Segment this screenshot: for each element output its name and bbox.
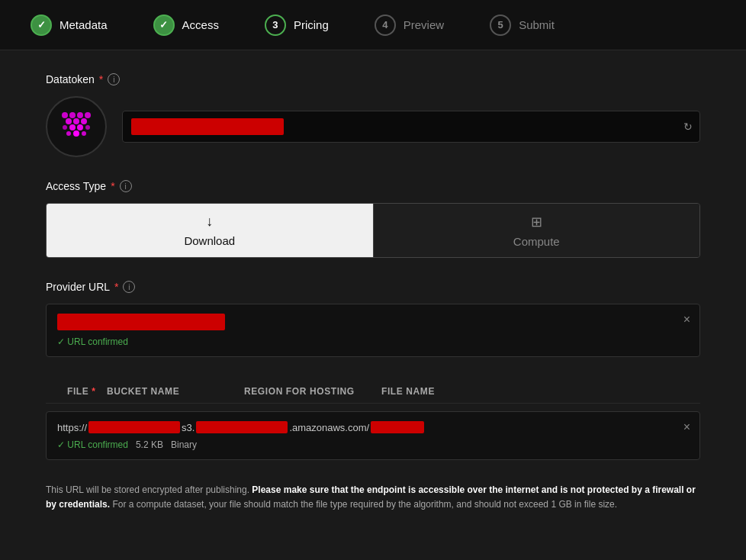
step-submit-label: Submit	[519, 18, 555, 31]
col-bucket: BUCKET NAME	[107, 386, 244, 397]
svg-point-10	[66, 131, 71, 136]
provider-url-label: Provider URL* i	[46, 281, 700, 293]
step-submit-icon: 5	[490, 14, 511, 36]
step-metadata-label: Metadata	[59, 18, 108, 31]
svg-point-9	[73, 130, 79, 137]
refresh-icon[interactable]: ↻	[683, 121, 693, 133]
provider-url-confirmed: URL confirmed	[57, 336, 669, 347]
datatoken-row: ↻	[46, 96, 700, 157]
datatoken-info-icon[interactable]: i	[108, 73, 120, 85]
access-type-row: ↓ Download ⊞ Compute	[46, 203, 700, 258]
file-table-section: File * BUCKET NAME REGION FOR HOSTING FI…	[46, 380, 700, 460]
svg-point-7	[69, 124, 76, 130]
step-pricing[interactable]: 3 Pricing	[242, 14, 352, 36]
col-filename: FILE NAME	[381, 386, 700, 397]
file-url-block3	[371, 421, 424, 433]
step-preview-label: Preview	[404, 18, 444, 31]
access-type-label: Access Type* i	[46, 180, 700, 192]
col-file: File *	[46, 386, 107, 397]
provider-url-section: Provider URL* i URL confirmed ×	[46, 281, 700, 357]
step-access-icon: ✓	[153, 14, 175, 36]
step-preview-icon: 4	[375, 14, 396, 36]
file-url-block2	[196, 421, 288, 433]
provider-url-box: URL confirmed ×	[46, 304, 700, 357]
datatoken-label: Datatoken* i	[46, 73, 700, 85]
file-url-amazonaws: .amazonaws.com/	[289, 422, 369, 433]
provider-url-redacted	[57, 314, 225, 330]
file-row: https:// s3. .amazonaws.com/ URL confirm…	[46, 411, 700, 460]
svg-point-11	[82, 131, 86, 136]
file-type: Binary	[171, 439, 197, 450]
step-navigation: ✓ Metadata ✓ Access 3 Pricing 4 Preview …	[0, 0, 746, 50]
access-type-info-icon[interactable]: i	[120, 180, 132, 192]
file-size: 5.2 KB	[136, 439, 163, 450]
svg-point-0	[62, 112, 68, 118]
main-content: Datatoken* i	[0, 50, 746, 535]
token-input-wrapper: ↻	[122, 111, 700, 143]
datatoken-section: Datatoken* i	[46, 73, 700, 157]
step-metadata[interactable]: ✓ Metadata	[31, 14, 130, 36]
step-access-label: Access	[182, 18, 219, 31]
download-icon: ↓	[206, 214, 213, 230]
svg-point-4	[66, 118, 72, 124]
step-metadata-icon: ✓	[31, 14, 52, 36]
token-avatar-svg	[53, 104, 99, 150]
step-access[interactable]: ✓ Access	[130, 14, 242, 36]
file-url-block1	[88, 421, 180, 433]
file-meta: URL confirmed 5.2 KB Binary	[57, 439, 669, 450]
file-url-display: https:// s3. .amazonaws.com/	[57, 421, 669, 433]
file-url-s3: s3.	[182, 422, 195, 433]
token-input-redacted	[131, 118, 284, 135]
warning-text: This URL will be stored encrypted after …	[46, 483, 700, 512]
step-preview[interactable]: 4 Preview	[352, 14, 467, 36]
provider-url-info-icon[interactable]: i	[123, 281, 135, 293]
svg-point-5	[73, 118, 79, 124]
access-type-section: Access Type* i ↓ Download ⊞ Compute	[46, 180, 700, 258]
col-region: REGION FOR HOSTING	[244, 386, 381, 397]
compute-button[interactable]: ⊞ Compute	[374, 204, 700, 257]
file-row-close-button[interactable]: ×	[683, 421, 690, 433]
step-pricing-label: Pricing	[294, 18, 329, 31]
file-url-confirmed: URL confirmed	[57, 439, 128, 450]
svg-point-13	[85, 125, 90, 130]
step-submit[interactable]: 5 Submit	[467, 14, 577, 36]
compute-icon: ⊞	[531, 214, 542, 230]
provider-url-close-button[interactable]: ×	[683, 314, 690, 326]
svg-point-3	[85, 112, 91, 118]
svg-point-1	[69, 112, 76, 118]
svg-point-8	[77, 124, 83, 130]
file-url-prefix: https://	[57, 422, 87, 433]
token-avatar	[46, 96, 107, 157]
file-table-header: File * BUCKET NAME REGION FOR HOSTING FI…	[46, 380, 700, 404]
svg-point-12	[63, 125, 67, 130]
download-button[interactable]: ↓ Download	[47, 204, 373, 257]
svg-point-2	[77, 112, 83, 118]
svg-point-6	[81, 118, 87, 124]
step-pricing-icon: 3	[265, 14, 286, 36]
